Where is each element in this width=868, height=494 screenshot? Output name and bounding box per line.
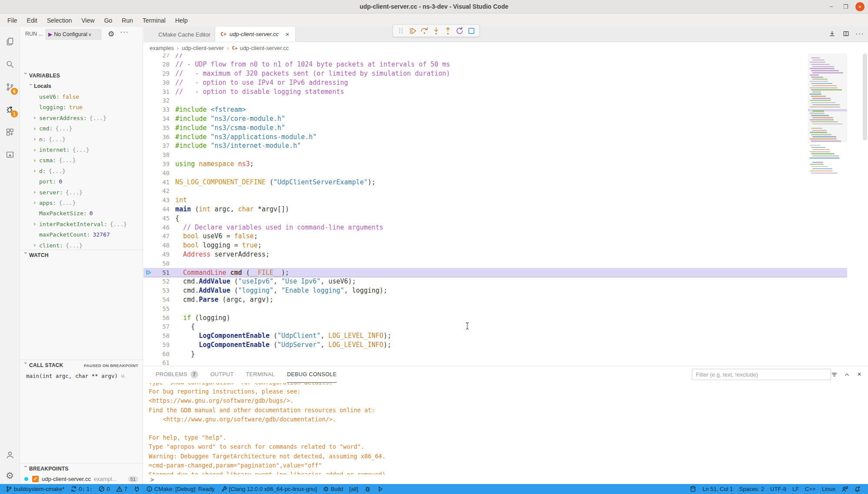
code-line[interactable]: 30// - option to use IPv4 or IPv6 addres… xyxy=(144,78,847,87)
branch-status[interactable]: buildsystem-cmake* xyxy=(3,484,67,494)
filter-lines-icon[interactable] xyxy=(830,370,838,379)
cursor-position[interactable]: Ln 51, Col 1 xyxy=(699,484,736,494)
code-line[interactable]: 44main (int argc, char *argv[]) xyxy=(144,205,847,214)
activitybar-run-and-debug[interactable]: 1 xyxy=(0,99,20,120)
code-line[interactable]: 49 Address serverAddress; xyxy=(144,250,847,259)
line-number[interactable]: 30 xyxy=(144,79,170,86)
panel-tab-terminal[interactable]: TERMINAL xyxy=(246,366,274,383)
sync-status[interactable]: 0↓ 1↑ xyxy=(67,484,95,494)
line-number[interactable]: 27 xyxy=(144,53,170,59)
activitybar-cmake-tools[interactable] xyxy=(0,144,20,165)
step-out-icon[interactable] xyxy=(442,26,454,36)
remote-os[interactable]: Linux xyxy=(819,484,838,494)
line-number[interactable]: 60 xyxy=(144,350,170,357)
code-line[interactable]: 39using namespace ns3; xyxy=(144,160,847,169)
line-number[interactable]: 54 xyxy=(144,296,170,303)
menu-edit[interactable]: Edit xyxy=(22,13,42,27)
configure-gear-icon[interactable]: ⚙ xyxy=(108,30,114,39)
variable-row[interactable]: ›csma:{...} xyxy=(20,155,143,166)
line-number[interactable]: 57 xyxy=(144,323,170,330)
language-mode[interactable]: C++ xyxy=(802,484,819,494)
code-line[interactable]: 48 bool logging = true; xyxy=(144,241,847,250)
variable-row[interactable]: ›useV6:false xyxy=(20,91,143,102)
line-number[interactable]: 48 xyxy=(144,242,170,249)
line-number[interactable]: 31 xyxy=(144,88,170,95)
line-number[interactable]: 37 xyxy=(144,142,170,149)
line-number[interactable]: 35 xyxy=(144,124,170,131)
build-target[interactable]: [all] xyxy=(346,484,361,494)
code-line[interactable]: 42 xyxy=(144,187,847,196)
menu-run[interactable]: Run xyxy=(117,13,138,27)
warnings-status[interactable]: 7 xyxy=(113,484,130,494)
variable-row[interactable]: ›server:{...} xyxy=(20,187,143,197)
code-line[interactable]: 56 if (logging) xyxy=(144,313,847,322)
code-line[interactable]: 33#include <fstream> xyxy=(144,105,847,114)
split-editor-icon[interactable] xyxy=(841,29,851,38)
line-number[interactable]: 44 xyxy=(144,206,170,213)
debug-configuration-dropdown[interactable]: ▶ No Configural ∨ xyxy=(45,29,102,40)
feedback[interactable] xyxy=(838,484,851,494)
line-number[interactable]: 58 xyxy=(144,332,170,339)
line-number[interactable]: 61 xyxy=(144,359,170,366)
variable-row[interactable]: ›port:0 xyxy=(20,177,143,187)
code-line[interactable]: 59 LogComponentEnable ("UdpServer", LOG_… xyxy=(144,340,847,350)
call-stack-frame[interactable]: main(int argc, char ** argv) u. xyxy=(26,370,139,381)
code-line[interactable]: 61 xyxy=(144,358,847,366)
menu-file[interactable]: File xyxy=(3,13,22,27)
code-line[interactable]: 28// - UDP flow from n0 to n1 of 1024 by… xyxy=(144,60,847,69)
console-filter-input[interactable] xyxy=(692,369,831,380)
variable-row[interactable]: ›n:{...} xyxy=(20,134,143,144)
title-bar[interactable]: udp-client-server.cc - ns-3-dev - Visual… xyxy=(0,0,868,13)
line-number[interactable]: 52 xyxy=(144,278,170,285)
variable-row[interactable]: ›cmd:{...} xyxy=(20,124,143,134)
line-number[interactable]: 49 xyxy=(144,251,170,258)
menu-selection[interactable]: Selection xyxy=(42,13,77,27)
line-number[interactable]: 34 xyxy=(144,115,170,122)
minimize-icon[interactable]: − xyxy=(827,2,836,11)
line-number[interactable]: 42 xyxy=(144,187,170,194)
tab-cmake-cache-editor[interactable]: CMake Cache Editor xyxy=(144,27,215,42)
variable-row[interactable]: ›d:{...} xyxy=(20,166,143,176)
build-button[interactable]: ⚙Build xyxy=(320,484,346,494)
errors-status[interactable]: 0 xyxy=(95,484,113,494)
line-number[interactable]: 59 xyxy=(144,341,170,348)
notifications[interactable] xyxy=(851,484,864,494)
step-into-icon[interactable] xyxy=(430,26,442,36)
line-number[interactable]: 38 xyxy=(144,151,170,158)
code-line[interactable]: 31// - option to disable logging stateme… xyxy=(144,87,847,96)
line-number[interactable]: 47 xyxy=(144,233,170,240)
variable-row[interactable]: ›MaxPacketSize:0 xyxy=(20,208,143,219)
debug-port-status[interactable] xyxy=(130,484,143,494)
variable-row[interactable]: ›maxPacketCount:32767 xyxy=(20,229,143,240)
variable-row[interactable]: ›serverAddress:{...} xyxy=(20,113,143,123)
line-number[interactable]: 36 xyxy=(144,134,170,140)
download-icon[interactable] xyxy=(827,29,837,38)
code-line[interactable]: 53 cmd.AddValue ("logging", "Enable logg… xyxy=(144,286,847,295)
code-line[interactable]: 27// xyxy=(144,53,847,60)
activitybar-settings[interactable]: ⚙ xyxy=(0,465,20,486)
line-number[interactable]: 33 xyxy=(144,106,170,113)
line-number[interactable]: 28 xyxy=(144,61,170,68)
line-number[interactable]: 45 xyxy=(144,215,170,222)
call-stack-section-header[interactable]: › CALL STACK PAUSED ON BREAKPOINT xyxy=(20,360,143,370)
code-line[interactable]: 60 } xyxy=(144,349,847,358)
breadcrumb[interactable]: examples›udp-client-server›C+udp-client-… xyxy=(144,42,846,53)
line-number[interactable]: 40 xyxy=(144,170,170,177)
activitybar-extensions[interactable] xyxy=(0,122,20,143)
tab-udp-client-server-cc[interactable]: C+udp-client-server.cc× xyxy=(215,27,296,42)
code-line[interactable]: 47 bool useV6 = false; xyxy=(144,232,847,241)
code-line[interactable]: 43int xyxy=(144,196,847,205)
menu-view[interactable]: View xyxy=(77,13,99,27)
code-line[interactable]: 58 LogComponentEnable ("UdpClient", LOG_… xyxy=(144,331,847,340)
eol[interactable]: LF xyxy=(789,484,802,494)
encoding[interactable]: UTF-8 xyxy=(767,484,789,494)
code-line[interactable]: 46 // Declare variables used in command-… xyxy=(144,223,847,232)
line-number[interactable]: 43 xyxy=(144,197,170,204)
panel-tab-problems[interactable]: PROBLEMS7 xyxy=(156,366,198,383)
stop-icon[interactable] xyxy=(465,26,477,36)
line-number[interactable]: 50 xyxy=(144,260,170,267)
close-panel-icon[interactable]: × xyxy=(855,370,864,379)
chevron-up-icon[interactable] xyxy=(842,370,851,379)
panel-tab-output[interactable]: OUTPUT xyxy=(210,366,234,383)
code-line[interactable]: 41NS_LOG_COMPONENT_DEFINE ("UdpClientSer… xyxy=(144,177,847,187)
